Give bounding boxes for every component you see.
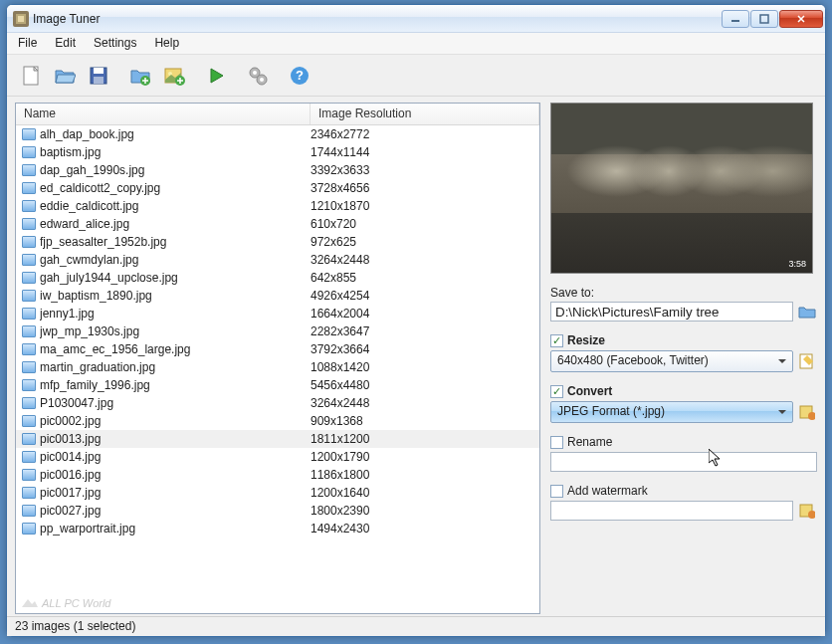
convert-dropdown[interactable]: JPEG Format (*.jpg) bbox=[550, 401, 793, 423]
file-icon bbox=[22, 433, 36, 445]
file-name: pic0013.jpg bbox=[40, 432, 311, 446]
table-row[interactable]: pic0017.jpg1200x1640 bbox=[16, 484, 539, 502]
file-icon bbox=[22, 397, 36, 409]
file-name: dap_gah_1990s.jpg bbox=[40, 163, 311, 177]
file-icon bbox=[22, 379, 36, 391]
table-row[interactable]: pic0027.jpg1800x2390 bbox=[16, 502, 539, 520]
status-bar: 23 images (1 selected) bbox=[7, 616, 825, 636]
file-icon bbox=[22, 182, 36, 194]
resize-group: Resize 640x480 (Facebook, Twitter) bbox=[550, 333, 817, 372]
table-row[interactable]: P1030047.jpg3264x2448 bbox=[16, 394, 539, 412]
new-button[interactable] bbox=[15, 60, 47, 92]
convert-checkbox[interactable] bbox=[550, 385, 563, 398]
resize-checkbox[interactable] bbox=[550, 334, 563, 347]
file-resolution: 3728x4656 bbox=[311, 181, 369, 195]
table-row[interactable]: mfp_family_1996.jpg5456x4480 bbox=[16, 376, 539, 394]
file-list[interactable]: alh_dap_book.jpg2346x2772baptism.jpg1744… bbox=[16, 125, 539, 613]
table-row[interactable]: edward_alice.jpg610x720 bbox=[16, 215, 539, 233]
menu-file[interactable]: File bbox=[9, 33, 46, 54]
add-folder-button[interactable] bbox=[124, 60, 156, 92]
file-icon bbox=[22, 164, 36, 176]
window-title: Image Tuner bbox=[33, 12, 722, 26]
table-row[interactable]: ed_caldicott2_copy.jpg3728x4656 bbox=[16, 179, 539, 197]
table-row[interactable]: iw_baptism_1890.jpg4926x4254 bbox=[16, 287, 539, 305]
file-icon bbox=[22, 415, 36, 427]
resize-edit-button[interactable] bbox=[797, 351, 817, 371]
watermark-input[interactable] bbox=[550, 501, 793, 521]
window-controls bbox=[722, 10, 823, 28]
table-row[interactable]: eddie_caldicott.jpg1210x1870 bbox=[16, 197, 539, 215]
file-list-panel: Name Image Resolution alh_dap_book.jpg23… bbox=[15, 103, 540, 614]
file-name: ed_caldicott2_copy.jpg bbox=[40, 181, 311, 195]
table-row[interactable]: martin_graduation.jpg1088x1420 bbox=[16, 358, 539, 376]
resize-dropdown[interactable]: 640x480 (Facebook, Twitter) bbox=[550, 350, 793, 372]
file-icon bbox=[22, 325, 36, 337]
run-button[interactable] bbox=[200, 60, 232, 92]
save-to-input[interactable] bbox=[550, 302, 793, 322]
file-resolution: 1088x1420 bbox=[311, 360, 369, 374]
rename-input[interactable] bbox=[550, 452, 817, 472]
menu-settings[interactable]: Settings bbox=[85, 33, 145, 54]
save-button[interactable] bbox=[83, 60, 114, 92]
settings-button[interactable] bbox=[242, 60, 274, 92]
column-resolution[interactable]: Image Resolution bbox=[311, 104, 539, 124]
table-row[interactable]: pic0016.jpg1186x1800 bbox=[16, 466, 539, 484]
browse-folder-button[interactable] bbox=[797, 302, 817, 322]
file-icon bbox=[22, 290, 36, 302]
file-name: jwp_mp_1930s.jpg bbox=[40, 324, 311, 338]
table-row[interactable]: pic0014.jpg1200x1790 bbox=[16, 448, 539, 466]
file-icon bbox=[22, 200, 36, 212]
table-row[interactable]: ma_amc_ec_1956_large.jpg3792x3664 bbox=[16, 340, 539, 358]
watermark-group: Add watermark bbox=[550, 484, 817, 521]
file-resolution: 4926x4254 bbox=[311, 289, 369, 303]
rename-checkbox[interactable] bbox=[550, 436, 563, 449]
open-button[interactable] bbox=[49, 60, 81, 92]
file-resolution: 1210x1870 bbox=[311, 199, 369, 213]
file-resolution: 3264x2448 bbox=[311, 253, 369, 267]
file-name: gah_cwmdylan.jpg bbox=[40, 253, 311, 267]
table-row[interactable]: pp_warportrait.jpg1494x2430 bbox=[16, 520, 539, 537]
help-button[interactable]: ? bbox=[284, 60, 315, 92]
file-resolution: 5456x4480 bbox=[311, 378, 369, 392]
convert-edit-button[interactable] bbox=[797, 402, 817, 422]
file-icon bbox=[22, 523, 36, 535]
add-image-button[interactable] bbox=[158, 60, 190, 92]
file-resolution: 2282x3647 bbox=[311, 324, 369, 338]
menubar: File Edit Settings Help bbox=[7, 33, 825, 55]
table-row[interactable]: fjp_seasalter_1952b.jpg972x625 bbox=[16, 233, 539, 251]
convert-group: Convert JPEG Format (*.jpg) bbox=[550, 384, 817, 423]
watermark-browse-button[interactable] bbox=[797, 501, 817, 521]
convert-label: Convert bbox=[567, 384, 612, 398]
list-header: Name Image Resolution bbox=[16, 104, 539, 125]
table-row[interactable]: pic0013.jpg1811x1200 bbox=[16, 430, 539, 448]
table-row[interactable]: jenny1.jpg1664x2004 bbox=[16, 305, 539, 322]
close-button[interactable] bbox=[779, 10, 823, 28]
table-row[interactable]: baptism.jpg1744x1144 bbox=[16, 143, 539, 161]
maximize-button[interactable] bbox=[750, 10, 778, 28]
minimize-button[interactable] bbox=[722, 10, 749, 28]
file-icon bbox=[22, 505, 36, 517]
table-row[interactable]: gah_july1944_upclose.jpg642x855 bbox=[16, 269, 539, 287]
table-row[interactable]: pic0002.jpg909x1368 bbox=[16, 412, 539, 430]
file-icon bbox=[22, 487, 36, 499]
file-resolution: 1200x1640 bbox=[311, 486, 369, 500]
file-resolution: 1800x2390 bbox=[311, 504, 369, 518]
file-name: martin_graduation.jpg bbox=[40, 360, 311, 374]
menu-edit[interactable]: Edit bbox=[46, 33, 85, 54]
file-name: pic0016.jpg bbox=[40, 468, 311, 482]
file-name: baptism.jpg bbox=[40, 145, 311, 159]
titlebar[interactable]: Image Tuner bbox=[7, 5, 825, 33]
file-name: edward_alice.jpg bbox=[40, 217, 311, 231]
file-resolution: 3264x2448 bbox=[311, 396, 369, 410]
rename-group: Rename bbox=[550, 435, 817, 472]
column-name[interactable]: Name bbox=[16, 104, 311, 124]
watermark-checkbox[interactable] bbox=[550, 485, 563, 498]
file-icon bbox=[22, 236, 36, 248]
preview-panel: 3:58 bbox=[550, 103, 813, 274]
menu-help[interactable]: Help bbox=[145, 33, 188, 54]
table-row[interactable]: gah_cwmdylan.jpg3264x2448 bbox=[16, 251, 539, 269]
table-row[interactable]: dap_gah_1990s.jpg3392x3633 bbox=[16, 161, 539, 179]
file-icon bbox=[22, 128, 36, 140]
table-row[interactable]: jwp_mp_1930s.jpg2282x3647 bbox=[16, 322, 539, 340]
table-row[interactable]: alh_dap_book.jpg2346x2772 bbox=[16, 125, 539, 143]
